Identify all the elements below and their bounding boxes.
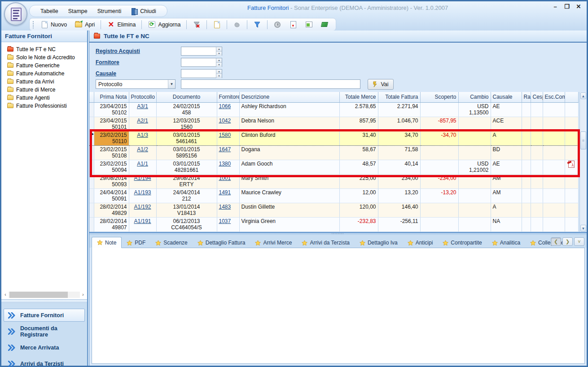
new-button[interactable]: Nuovo <box>38 20 70 30</box>
causale-field[interactable] <box>181 70 216 78</box>
cell-esc-com[interactable] <box>543 102 565 117</box>
row-selector-cell[interactable] <box>89 203 94 217</box>
protocollo-link[interactable]: A1/193 <box>134 189 151 196</box>
spin-up-icon[interactable]: ▲ <box>216 58 222 62</box>
spinner-buttons[interactable]: ▲▼ <box>216 58 222 66</box>
fornitore-link[interactable]: 1001 <box>219 175 231 181</box>
column-header-cambio[interactable]: Cambio <box>458 92 491 102</box>
minimize-button[interactable]: – <box>552 3 559 10</box>
cell-cespi[interactable] <box>531 160 543 174</box>
scrollbar-track[interactable] <box>9 292 80 298</box>
column-header-protocollo[interactable]: Protocollo <box>129 92 156 102</box>
invoice-row[interactable]: 29/08/201450093A1/19429/08/2014ERTY1001M… <box>89 174 578 188</box>
cell-fornitore[interactable]: 1647 <box>217 145 239 160</box>
cell-totale-merce[interactable]: 48,57 <box>339 160 378 174</box>
cell-descrizione[interactable]: Virginia Green <box>239 217 339 232</box>
protocollo-link[interactable]: A1/2 <box>137 146 148 153</box>
clear-filter-button[interactable] <box>190 20 203 30</box>
cell-protocollo[interactable]: A2/1 <box>129 117 156 131</box>
cell-causale[interactable]: AE <box>491 160 522 174</box>
column-header-cespi[interactable]: Cespi <box>531 92 543 102</box>
cell-esc-com[interactable] <box>543 131 565 145</box>
horizontal-splitter[interactable]: '''''''' <box>89 232 587 236</box>
cell-fornitore[interactable]: 1066 <box>217 102 239 117</box>
sidebar-item-fatture-agenti[interactable]: Fatture Agenti <box>7 94 87 102</box>
scroll-up-arrow[interactable]: ▲ <box>580 92 586 99</box>
spinner-buttons[interactable]: ▲▼ <box>216 47 222 55</box>
nav-item-documenti-da-registrare[interactable]: Documenti da Registrare <box>4 325 85 338</box>
cell-totale-merce[interactable]: 120,00 <box>339 203 378 217</box>
scroll-down-arrow[interactable]: ▼ <box>580 225 586 232</box>
search-field-select[interactable]: Protocollo ▼ <box>96 79 176 89</box>
cell-prima-nota[interactable]: 23/02/201550110 <box>94 131 129 145</box>
cell-totale-fattura[interactable]: 146,40 <box>378 203 420 217</box>
maximize-button[interactable]: ❒ <box>563 3 570 10</box>
registro-acquisti-field[interactable] <box>181 47 216 55</box>
cell-fornitore[interactable]: 1037 <box>217 217 239 232</box>
cell-scoperto[interactable]: -13,20 <box>420 188 458 203</box>
cell-ra[interactable] <box>522 217 531 232</box>
cell-cespi[interactable] <box>531 188 543 203</box>
toolbar-grip[interactable] <box>32 21 34 29</box>
cell-cespi[interactable] <box>531 174 543 188</box>
column-header-fornitore[interactable]: Fornitore <box>217 92 239 102</box>
cell-totale-fattura[interactable]: 34,70 <box>378 131 420 145</box>
cell-ra[interactable] <box>522 174 531 188</box>
cell-documento[interactable]: 24/02/2015458 <box>156 102 217 117</box>
cell-scoperto[interactable] <box>420 145 458 160</box>
cell-ra[interactable] <box>522 203 531 217</box>
cell-ra[interactable] <box>522 102 531 117</box>
cell-totale-merce[interactable]: 58,67 <box>339 145 378 160</box>
spin-down-icon[interactable]: ▼ <box>216 62 222 67</box>
cell-causale[interactable]: A <box>491 131 522 145</box>
cell-descrizione[interactable]: Maurice Crawley <box>239 188 339 203</box>
cell-fornitore[interactable]: 1042 <box>217 117 239 131</box>
sidebar-item-fatture-generiche[interactable]: Fatture Generiche <box>7 61 87 70</box>
export-button[interactable] <box>286 20 300 30</box>
cell-scoperto[interactable]: -234,00 <box>420 174 458 188</box>
cell-prima-nota[interactable]: 23/02/201550108 <box>94 145 129 160</box>
cell-prima-nota[interactable]: 23/04/201550102 <box>94 102 129 117</box>
fornitore-link[interactable]: 1580 <box>219 132 231 138</box>
spinner-buttons[interactable]: ▲▼ <box>216 70 222 78</box>
delete-button[interactable]: ✕ Elimina <box>104 20 138 30</box>
cell-cambio[interactable]: USD1,21002 <box>458 160 491 174</box>
cell-causale[interactable]: A <box>491 203 522 217</box>
cell-ra[interactable] <box>522 160 531 174</box>
cell-esc-com[interactable] <box>543 188 565 203</box>
cell-causale[interactable]: ACE <box>491 117 522 131</box>
column-header-totale-fattura[interactable]: Totale Fattura <box>378 92 420 102</box>
fornitore-link[interactable]: 1066 <box>219 103 231 109</box>
fornitore-field[interactable] <box>181 58 216 66</box>
cell-descrizione[interactable]: Dogana <box>239 145 339 160</box>
sidebar-item-tutte-le-ft-e-nc[interactable]: Tutte le FT e NC <box>7 45 87 53</box>
protocollo-link[interactable]: A1/192 <box>134 204 151 210</box>
cell-protocollo[interactable]: A1/191 <box>129 217 156 232</box>
cell-totale-fattura[interactable]: 71,58 <box>378 145 420 160</box>
filter-button[interactable] <box>250 20 264 30</box>
column-header-ra[interactable]: Ra <box>522 92 531 102</box>
cell-totale-merce[interactable]: -232,83 <box>339 217 378 232</box>
row-selector-cell[interactable]: ▶ <box>89 131 94 145</box>
row-selector-cell[interactable] <box>89 174 94 188</box>
cell-causale[interactable]: AE <box>491 102 522 117</box>
sidebar-item-fatture-di-merce[interactable]: Fatture di Merce <box>7 86 87 94</box>
cell-scoperto[interactable] <box>420 203 458 217</box>
cell-protocollo[interactable]: A1/193 <box>129 188 156 203</box>
protocollo-link[interactable]: A3/1 <box>137 103 148 109</box>
column-header-prima-nota[interactable]: Prima Nota <box>94 92 129 102</box>
row-selector-cell[interactable] <box>89 117 94 131</box>
tab-list-chevron-icon[interactable]: ˅ <box>574 237 584 246</box>
spin-up-icon[interactable]: ▲ <box>216 70 222 74</box>
sidebar-item-fatture-da-arrivi[interactable]: Fatture da Arrivi <box>7 78 87 86</box>
cell-totale-fattura[interactable]: -256,11 <box>378 217 420 232</box>
cell-fornitore[interactable]: 1483 <box>217 203 239 217</box>
cell-scoperto[interactable]: -857,95 <box>420 117 458 131</box>
search-input[interactable] <box>181 79 360 89</box>
fornitore-link[interactable]: 1647 <box>219 146 231 153</box>
cell-documento[interactable]: 03/01/20155461461 <box>156 131 217 145</box>
cell-descrizione[interactable]: Clinton Buford <box>239 131 339 145</box>
invoice-row[interactable]: ▶23/02/201550110A1/303/01/20155461461158… <box>89 131 578 145</box>
cell-scoperto[interactable] <box>420 160 458 174</box>
cell-ra[interactable] <box>522 188 531 203</box>
